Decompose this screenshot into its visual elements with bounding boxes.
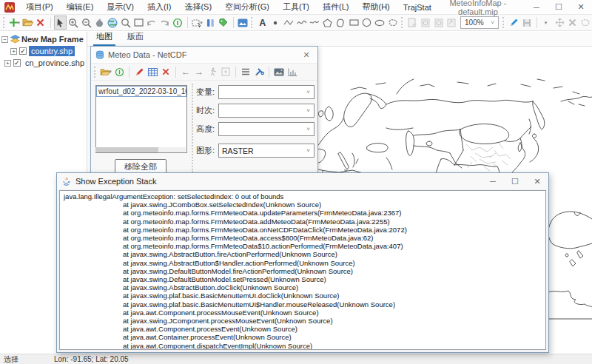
stack-line: at javax.swing.DefaultButtonModel.setPre…: [64, 275, 545, 283]
animate-button[interactable]: [206, 65, 219, 78]
rectangle-tool-button[interactable]: [347, 16, 360, 30]
output-image-button[interactable]: [272, 65, 286, 78]
stack-line: at org.meteoinfo.map.forms.FrmMeteoData.…: [64, 209, 545, 217]
exception-dialog-titlebar[interactable]: Show Exception Stack ─ ☐ ✕: [57, 173, 548, 189]
layer-node-cn-province[interactable]: + ✓ cn_province.shp: [0, 57, 87, 69]
menu-selection[interactable]: 选择(S): [178, 0, 218, 14]
layer-checkbox[interactable]: ✓: [19, 47, 27, 55]
layer-node-country[interactable]: + ✓ country.shp: [0, 45, 87, 57]
menu-geoprocessing[interactable]: 空间分析(G): [218, 0, 276, 14]
page-zoom-out-button[interactable]: [432, 16, 445, 30]
next-time-button[interactable]: →: [192, 65, 206, 78]
data-table-button[interactable]: [146, 65, 159, 78]
layer-label-country[interactable]: country.shp: [29, 46, 75, 56]
full-extent-button[interactable]: [106, 16, 119, 30]
tab-layout[interactable]: 版面: [124, 30, 147, 46]
collapse-icon[interactable]: −: [1, 36, 8, 43]
pan-tool-button[interactable]: [93, 16, 107, 30]
previous-time-button[interactable]: ←: [179, 65, 192, 78]
layer-label-cn-province[interactable]: cn_province.shp: [23, 58, 87, 68]
legend-list-button[interactable]: [239, 65, 252, 78]
undo-button[interactable]: [145, 16, 158, 30]
identify-button[interactable]: [171, 16, 184, 30]
ellipse-tool-button[interactable]: [373, 16, 386, 30]
layer-checkbox[interactable]: ✓: [13, 59, 21, 67]
expand-icon[interactable]: +: [10, 48, 17, 55]
redo-button[interactable]: [158, 16, 172, 30]
expand-icon[interactable]: +: [4, 60, 11, 67]
minimize-button[interactable]: ─: [525, 0, 548, 14]
chart-button[interactable]: [286, 65, 299, 78]
map-image-button[interactable]: [236, 16, 249, 30]
data-info-button[interactable]: [112, 65, 126, 78]
clear-draw-button[interactable]: [159, 65, 172, 78]
menu-trajstat[interactable]: TrajStat: [397, 1, 438, 13]
remove-layer-button[interactable]: [34, 16, 47, 30]
settings-tools-button[interactable]: [252, 65, 266, 78]
page-zoom-in-button[interactable]: [419, 16, 432, 30]
exception-minimize-button[interactable]: ─: [482, 175, 504, 189]
stack-line: at javax.swing.DefaultButtonModel.fireAc…: [64, 267, 545, 275]
exception-close-button[interactable]: ✕: [526, 175, 548, 189]
select-features-button[interactable]: ▾: [191, 16, 204, 30]
menu-help[interactable]: 帮助(H): [355, 0, 396, 14]
maximize-button[interactable]: ☐: [548, 0, 570, 14]
data-file-list[interactable]: wrfout_d02_2022-03-10_16_00_00: [95, 85, 187, 153]
freehand-polygon-tool-button[interactable]: [386, 16, 400, 30]
menu-edit[interactable]: 编辑(E): [60, 0, 101, 14]
meteo-dialog-titlebar[interactable]: Meteo Data - NetCDF ✕: [91, 47, 317, 64]
add-layer-button[interactable]: ▾: [8, 16, 21, 30]
edit-pencil-button[interactable]: [508, 16, 521, 30]
animation-settings-button[interactable]: [219, 65, 232, 78]
stack-line: at java.awt.Component.dispatchEventImpl(…: [64, 342, 545, 350]
zoom-in-tool-button[interactable]: [67, 16, 80, 30]
file-list-hscrollbar[interactable]: [95, 147, 186, 152]
measurement-button[interactable]: [204, 16, 217, 30]
circle-tool-button[interactable]: [360, 16, 374, 30]
polygon-tool-button[interactable]: [321, 16, 334, 30]
curve-tool-button[interactable]: [295, 16, 309, 30]
tab-map[interactable]: 地图: [93, 30, 115, 46]
menu-project[interactable]: 项目(P): [19, 0, 60, 14]
data-file-item[interactable]: wrfout_d02_2022-03-10_16_00_00: [96, 86, 186, 97]
draw-data-button[interactable]: [132, 65, 146, 78]
label-button[interactable]: [217, 16, 230, 30]
zoom-out-tool-button[interactable]: [80, 16, 93, 30]
new-layout-button[interactable]: [406, 16, 420, 30]
close-button[interactable]: ✕: [570, 0, 592, 14]
delete-feature-button[interactable]: [566, 16, 579, 30]
move-feature-button[interactable]: [553, 16, 566, 30]
menu-tools[interactable]: 工具(T): [276, 0, 316, 14]
map-frame-node[interactable]: − New Map Frame: [0, 33, 87, 45]
polyline-tool-button[interactable]: [282, 16, 295, 30]
zoom-level-combobox[interactable]: 100% ˅: [460, 16, 499, 29]
open-project-button[interactable]: [21, 16, 35, 30]
select-tool-button[interactable]: [54, 16, 67, 30]
rect-zoom-button[interactable]: [132, 16, 145, 30]
fit-page-button[interactable]: [445, 16, 458, 30]
exception-maximize-button[interactable]: ☐: [504, 175, 526, 189]
graphic-combobox[interactable]: RASTER˅: [218, 144, 314, 158]
menu-plugins[interactable]: 插件(L): [316, 0, 355, 14]
point-tool-button[interactable]: [269, 16, 283, 30]
stack-line: at javax.swing.AbstractButton$Handler.ac…: [64, 259, 545, 267]
open-data-button[interactable]: ▾: [99, 65, 112, 78]
menu-insert[interactable]: 插入(I): [141, 0, 178, 14]
meteo-dialog-close-icon[interactable]: ✕: [298, 50, 314, 60]
reshape-feature-button[interactable]: [579, 16, 592, 30]
scrollbar-thumb[interactable]: [95, 147, 158, 152]
save-edits-button[interactable]: [520, 16, 534, 30]
panel-splitter[interactable]: [192, 84, 193, 172]
exception-stack-text[interactable]: java.lang.IllegalArgumentException: setS…: [59, 190, 546, 350]
toolbar-separator: [50, 17, 51, 28]
menu-view[interactable]: 显示(V): [100, 0, 141, 14]
zoom-to-extent-button[interactable]: [119, 16, 132, 30]
text-tool-button[interactable]: A: [256, 16, 269, 30]
window-title: MeteoInfoMap - default.mip: [438, 0, 525, 16]
curve-polygon-tool-button[interactable]: [334, 16, 348, 30]
time-combobox[interactable]: ˅: [218, 104, 314, 118]
variable-combobox[interactable]: ˅: [218, 85, 314, 99]
level-combobox[interactable]: ˅: [218, 122, 314, 136]
edit-tools-dropdown[interactable]: ▾: [540, 16, 554, 30]
freehand-tool-button[interactable]: [308, 16, 321, 30]
